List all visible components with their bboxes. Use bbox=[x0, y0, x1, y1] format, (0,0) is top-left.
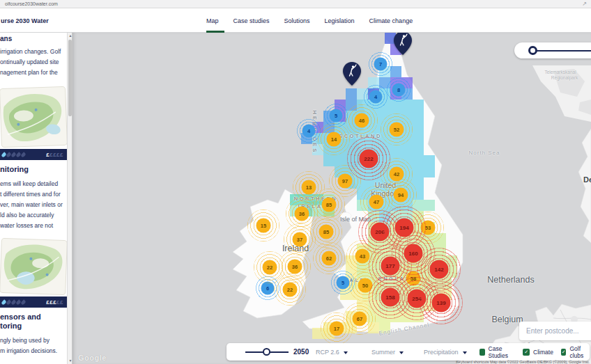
scenario-dropdown[interactable]: RCP 2.6 bbox=[316, 349, 348, 356]
year-value: 2050 bbox=[293, 348, 309, 356]
tab-map[interactable]: Map bbox=[206, 8, 219, 33]
checkbox-label: Case Studies bbox=[489, 345, 515, 359]
tab-case-studies[interactable]: Case studies bbox=[233, 8, 270, 33]
chevron-down-icon bbox=[463, 351, 467, 354]
tab-solutions[interactable]: Solutions bbox=[284, 8, 310, 33]
cluster-marker[interactable]: 6 bbox=[261, 282, 275, 295]
marker-layer: 7845456465214429794471385361585375362223… bbox=[72, 33, 591, 364]
checkbox-label: Climate bbox=[533, 349, 553, 356]
cluster-marker[interactable]: 142 bbox=[430, 260, 449, 279]
sidebar[interactable]: ans irrigation changes. Golf ontinually … bbox=[0, 33, 67, 364]
cluster-marker[interactable]: 139 bbox=[432, 294, 451, 312]
cluster-marker[interactable]: 4 bbox=[302, 125, 316, 138]
cluster-marker[interactable]: 36 bbox=[295, 207, 309, 221]
water-drop-icon bbox=[20, 299, 26, 305]
opacity-slider-widget bbox=[514, 42, 591, 58]
main-nav: MapCase studiesSolutionsLegislationClima… bbox=[206, 8, 413, 33]
cluster-marker[interactable]: 85 bbox=[319, 225, 334, 239]
solution-card-sensors: £££££ ensors and toring ngly being used … bbox=[0, 238, 67, 356]
checkbox-icon[interactable]: ✓ bbox=[523, 349, 530, 356]
scrollbar-thumb[interactable] bbox=[68, 40, 72, 116]
cluster-marker[interactable]: 97 bbox=[338, 174, 353, 189]
page-url[interactable]: olfcourse2030water.com bbox=[5, 1, 58, 6]
season-value: Summer bbox=[371, 349, 395, 356]
cost-rating: £££££ bbox=[46, 299, 63, 306]
card-heading: ensors and toring bbox=[0, 312, 67, 331]
cluster-marker[interactable]: 177 bbox=[381, 257, 400, 276]
cluster-marker[interactable]: 94 bbox=[394, 188, 408, 203]
map-controls-bar: 2050 RCP 2.6 Summer Precipitation Case S… bbox=[227, 343, 590, 361]
app-header: urse 2030 Water MapCase studiesSolutions… bbox=[0, 8, 591, 33]
card-body-text: ems will keep detailed t different times… bbox=[0, 179, 67, 231]
scenario-value: RCP 2.6 bbox=[316, 349, 339, 356]
filter-checkbox-case-studies[interactable]: Case Studies bbox=[479, 345, 515, 359]
cluster-marker[interactable]: 67 bbox=[353, 312, 367, 326]
chevron-down-icon bbox=[399, 351, 404, 354]
cluster-marker[interactable]: 7 bbox=[374, 58, 387, 71]
browser-url-bar[interactable]: olfcourse2030water.com ↗ bbox=[0, 0, 591, 8]
tab-label: Map bbox=[206, 17, 219, 24]
active-tab-underline bbox=[206, 31, 224, 33]
map-attribution: Keyboard shortcuts Map data ©2022 GeoBas… bbox=[456, 360, 590, 364]
cluster-marker[interactable]: 4 bbox=[369, 90, 383, 104]
checkbox-label: Golf clubs bbox=[569, 345, 590, 359]
chevron-down-icon bbox=[344, 351, 348, 354]
solution-card-monitoring: £££££ nitoring ems will keep detailed t … bbox=[0, 85, 67, 231]
sidebar-intro-text: irrigation changes. Golf ontinually upda… bbox=[0, 47, 67, 78]
filter-checkbox-climate[interactable]: ✓Climate bbox=[523, 349, 553, 356]
cluster-marker[interactable]: 22 bbox=[283, 283, 298, 297]
water-rating bbox=[2, 152, 25, 157]
tab-label: Case studies bbox=[233, 17, 270, 24]
cluster-marker[interactable]: 5 bbox=[337, 276, 350, 290]
cost-rating: £££££ bbox=[46, 152, 63, 158]
cluster-marker[interactable]: 5 bbox=[330, 109, 343, 122]
filter-checkbox-golf-clubs[interactable]: ✓Golf clubs bbox=[561, 345, 590, 359]
cluster-marker[interactable]: 22 bbox=[263, 260, 277, 275]
cluster-marker[interactable]: 36 bbox=[288, 260, 302, 274]
cluster-marker[interactable]: 13 bbox=[302, 180, 316, 195]
cluster-marker[interactable]: 52 bbox=[390, 122, 404, 137]
sidebar-scrollbar[interactable]: ▲ ▼ bbox=[67, 33, 72, 364]
cluster-marker[interactable]: 62 bbox=[322, 251, 337, 266]
cluster-marker[interactable]: 14 bbox=[327, 132, 341, 147]
golf-club-pin[interactable] bbox=[343, 62, 361, 88]
checkbox-icon[interactable]: ✓ bbox=[561, 349, 567, 356]
water-rating bbox=[2, 300, 25, 305]
map-canvas[interactable]: SCOTLANDHEBRIDESNORTHERNIRELANDIrelandIs… bbox=[72, 33, 591, 364]
tab-legislation[interactable]: Legislation bbox=[325, 8, 355, 33]
sidebar-heading-fragment: ans bbox=[0, 35, 67, 42]
google-watermark: Google bbox=[78, 354, 107, 362]
golf-club-pin[interactable] bbox=[394, 33, 412, 58]
water-drop-icon bbox=[20, 152, 26, 157]
checkbox-icon[interactable] bbox=[479, 349, 485, 356]
golf-course-illustration bbox=[0, 85, 67, 149]
tab-label: Legislation bbox=[325, 17, 355, 24]
site-logo[interactable]: urse 2030 Water bbox=[1, 17, 49, 24]
tab-label: Climate change bbox=[369, 17, 413, 24]
cluster-marker[interactable]: 15 bbox=[256, 219, 271, 233]
tab-label: Solutions bbox=[284, 17, 310, 24]
cluster-marker[interactable]: 85 bbox=[322, 198, 337, 212]
cluster-marker[interactable]: 17 bbox=[330, 322, 344, 336]
cluster-marker[interactable]: 8 bbox=[392, 84, 406, 97]
cluster-marker[interactable]: 46 bbox=[355, 113, 369, 128]
tab-climate-change[interactable]: Climate change bbox=[369, 8, 413, 33]
metric-value: Precipitation bbox=[424, 349, 459, 356]
scroll-up-arrow[interactable]: ▲ bbox=[68, 33, 73, 39]
share-icon[interactable]: ↗ bbox=[582, 1, 587, 7]
card-heading: nitoring bbox=[0, 165, 67, 174]
scroll-down-arrow[interactable]: ▼ bbox=[68, 358, 73, 364]
golf-course-illustration bbox=[0, 238, 67, 296]
cluster-marker[interactable]: 222 bbox=[360, 150, 378, 168]
slider-track[interactable] bbox=[535, 50, 591, 52]
cluster-marker[interactable]: 37 bbox=[293, 232, 307, 247]
year-slider-handle[interactable] bbox=[263, 348, 270, 356]
cost-rating-bar: £££££ bbox=[0, 296, 67, 308]
postcode-input[interactable] bbox=[519, 322, 591, 340]
cost-rating-bar: £££££ bbox=[0, 149, 67, 160]
cluster-marker[interactable]: 43 bbox=[355, 249, 370, 264]
cluster-marker[interactable]: 47 bbox=[369, 195, 384, 209]
slider-handle[interactable] bbox=[528, 46, 537, 55]
season-dropdown[interactable]: Summer bbox=[371, 349, 404, 356]
metric-dropdown[interactable]: Precipitation bbox=[424, 349, 467, 356]
